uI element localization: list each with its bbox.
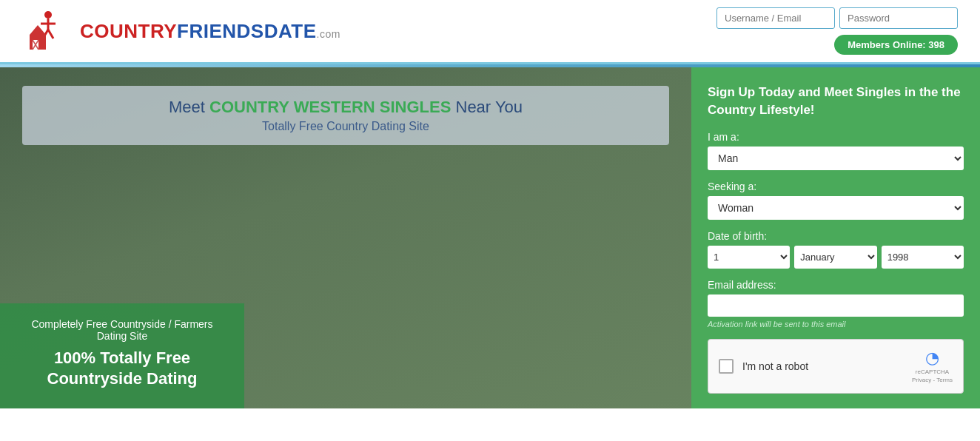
captcha-box: I'm not a robot ◔ reCAPTCHA Privacy - Te… <box>708 339 964 394</box>
activation-note: Activation link will be sent to this ema… <box>708 320 964 329</box>
dob-year-select[interactable]: 1998 1997 1999 <box>882 246 964 269</box>
i-am-group: I am a: Man Woman <box>708 131 964 170</box>
captcha-checkbox[interactable] <box>719 359 734 374</box>
i-am-label: I am a: <box>708 131 964 143</box>
seeking-label: Seeking a: <box>708 181 964 192</box>
site-header: COUNTRYFRIENDSDATE.com Members Online: 3… <box>0 0 980 64</box>
seeking-select[interactable]: Woman Man <box>708 196 964 220</box>
recaptcha-icon: ◔ <box>925 349 939 368</box>
svg-marker-6 <box>30 25 46 35</box>
recaptcha-sub: Privacy - Terms <box>912 376 953 384</box>
seeking-group: Seeking a: Woman Man <box>708 181 964 220</box>
dob-label: Date of birth: <box>708 230 964 242</box>
hero-title-line1: Meet COUNTRY WESTERN SINGLES Near You <box>37 98 654 117</box>
dob-group: Date of birth: 1 2 3 January February Ma… <box>708 230 964 269</box>
signup-panel: Sign Up Today and Meet Singles in the th… <box>691 67 980 408</box>
captcha-label: I'm not a robot <box>742 360 808 372</box>
email-label: Email address: <box>708 279 964 291</box>
hero-title-box: Meet COUNTRY WESTERN SINGLES Near You To… <box>22 86 669 145</box>
dob-row: 1 2 3 January February March 1998 1997 1… <box>708 246 964 269</box>
hero-bottom-sub: Completely Free Countryside / Farmers Da… <box>19 318 226 342</box>
password-input[interactable] <box>839 7 958 29</box>
i-am-select[interactable]: Man Woman <box>708 147 964 170</box>
email-input[interactable] <box>708 294 964 317</box>
hero-bottom-box: Completely Free Countryside / Farmers Da… <box>0 303 244 408</box>
username-input[interactable] <box>716 7 835 29</box>
header-auth-area: Members Online: 398 <box>716 7 958 55</box>
logo-text: COUNTRYFRIENDSDATE.com <box>80 20 340 43</box>
svg-point-0 <box>44 11 52 18</box>
logo-icon <box>22 9 74 53</box>
hero-bottom-main: 100% Totally Free Countryside Dating <box>19 348 226 390</box>
auth-inputs <box>716 7 958 29</box>
hero-section: Meet COUNTRY WESTERN SINGLES Near You To… <box>0 67 691 408</box>
captcha-branding: ◔ reCAPTCHA Privacy - Terms <box>912 349 953 384</box>
recaptcha-brand: reCAPTCHA <box>916 368 949 376</box>
captcha-left: I'm not a robot <box>719 359 808 374</box>
dob-day-select[interactable]: 1 2 3 <box>708 246 790 269</box>
dob-month-select[interactable]: January February March <box>794 246 876 269</box>
signup-title: Sign Up Today and Meet Singles in the th… <box>708 84 964 119</box>
members-online-button[interactable]: Members Online: 398 <box>834 35 958 55</box>
logo: COUNTRYFRIENDSDATE.com <box>22 9 340 53</box>
svg-line-4 <box>48 30 53 38</box>
hero-subtitle: Totally Free Country Dating Site <box>37 120 654 133</box>
email-group: Email address: Activation link will be s… <box>708 279 964 329</box>
main-content: Meet COUNTRY WESTERN SINGLES Near You To… <box>0 67 980 408</box>
